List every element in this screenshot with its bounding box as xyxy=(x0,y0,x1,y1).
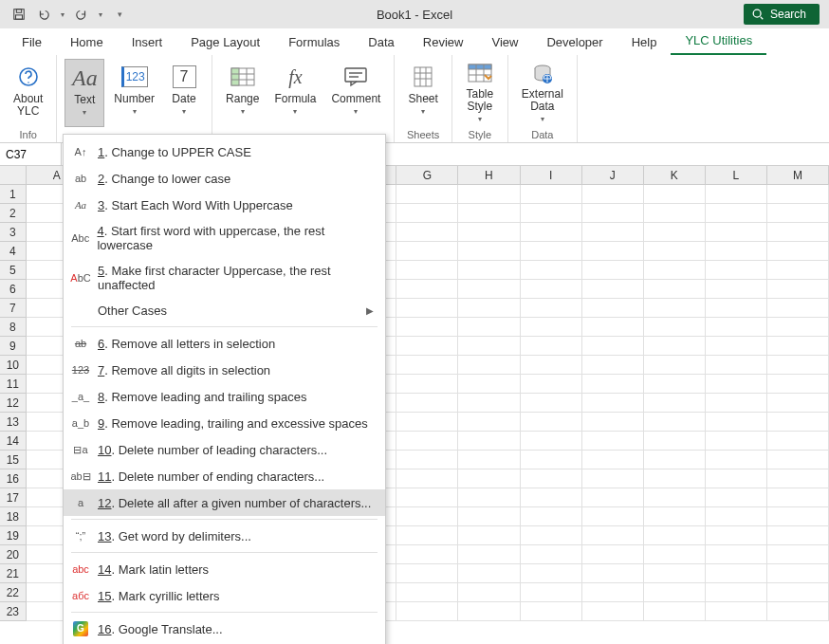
cell[interactable] xyxy=(767,526,829,545)
menu-item-4[interactable]: Abc4. Start first word with uppercase, t… xyxy=(64,218,385,258)
cell[interactable] xyxy=(458,337,520,356)
cell[interactable] xyxy=(767,375,829,394)
cell[interactable] xyxy=(521,223,582,242)
cell[interactable] xyxy=(458,204,520,223)
row-header[interactable]: 20 xyxy=(0,545,27,564)
cell[interactable] xyxy=(396,356,458,375)
cell[interactable] xyxy=(396,204,458,223)
cell[interactable] xyxy=(458,242,520,261)
qat-customize-icon[interactable]: ▾ xyxy=(108,3,131,26)
cell[interactable] xyxy=(644,337,706,356)
cell[interactable] xyxy=(458,280,520,299)
col-header-I[interactable]: I xyxy=(521,166,582,184)
cell[interactable] xyxy=(396,299,458,318)
redo-dropdown-icon[interactable]: ▾ xyxy=(95,3,106,26)
cell[interactable] xyxy=(458,488,520,507)
cell[interactable] xyxy=(396,242,458,261)
ribbon-btn-sheet[interactable]: Sheet▾ xyxy=(402,59,443,127)
undo-icon[interactable] xyxy=(32,3,55,26)
menu-item-11[interactable]: ab⊟11. Delete number of ending character… xyxy=(64,463,385,489)
cell[interactable] xyxy=(458,583,520,602)
cell[interactable] xyxy=(521,432,582,451)
cell[interactable] xyxy=(644,432,706,451)
col-header-M[interactable]: M xyxy=(767,166,829,184)
cell[interactable] xyxy=(458,261,520,280)
cell[interactable] xyxy=(521,583,582,602)
cell[interactable] xyxy=(396,223,458,242)
cell[interactable] xyxy=(706,564,767,583)
col-header-G[interactable]: G xyxy=(396,166,458,184)
row-header[interactable]: 9 xyxy=(0,337,27,356)
cell[interactable] xyxy=(706,204,767,223)
cell[interactable] xyxy=(706,242,767,261)
cell[interactable] xyxy=(644,185,706,204)
cell[interactable] xyxy=(767,451,829,469)
cell[interactable] xyxy=(458,469,520,488)
cell[interactable] xyxy=(767,223,829,242)
cell[interactable] xyxy=(767,356,829,375)
cell[interactable] xyxy=(582,394,644,413)
cell[interactable] xyxy=(521,204,582,223)
cell[interactable] xyxy=(396,526,458,545)
cell[interactable] xyxy=(706,602,767,621)
cell[interactable] xyxy=(521,375,582,394)
row-header[interactable]: 21 xyxy=(0,564,27,583)
tab-ylc-utilities[interactable]: YLC Utilities xyxy=(671,28,766,55)
cell[interactable] xyxy=(582,583,644,602)
cell[interactable] xyxy=(644,318,706,337)
cell[interactable] xyxy=(706,507,767,526)
search-box[interactable]: Search xyxy=(744,4,820,25)
row-header[interactable]: 13 xyxy=(0,413,27,432)
ribbon-btn-number[interactable]: 123Number▾ xyxy=(108,59,160,127)
cell[interactable] xyxy=(644,375,706,394)
tab-insert[interactable]: Insert xyxy=(118,29,177,55)
cell[interactable] xyxy=(396,413,458,432)
cell[interactable] xyxy=(582,375,644,394)
cell[interactable] xyxy=(582,261,644,280)
name-box-input[interactable] xyxy=(6,148,55,161)
cell[interactable] xyxy=(644,204,706,223)
cell[interactable] xyxy=(644,280,706,299)
cell[interactable] xyxy=(521,526,582,545)
cell[interactable] xyxy=(767,299,829,318)
cell[interactable] xyxy=(582,356,644,375)
cell[interactable] xyxy=(458,375,520,394)
cell[interactable] xyxy=(644,602,706,621)
cell[interactable] xyxy=(767,583,829,602)
cell[interactable] xyxy=(582,318,644,337)
menu-item-9[interactable]: a_b9. Remove leading, trailing and exces… xyxy=(64,410,385,436)
row-header[interactable]: 1 xyxy=(0,185,27,204)
menu-item-2[interactable]: ab2. Change to lower case xyxy=(64,165,385,192)
cell[interactable] xyxy=(582,337,644,356)
cell[interactable] xyxy=(396,564,458,583)
cell[interactable] xyxy=(706,394,767,413)
col-header-L[interactable]: L xyxy=(706,166,767,184)
menu-item-7[interactable]: 1237. Remove all digits in selection xyxy=(64,357,385,383)
cell[interactable] xyxy=(706,337,767,356)
cell[interactable] xyxy=(582,564,644,583)
cell[interactable] xyxy=(767,318,829,337)
cell[interactable] xyxy=(582,185,644,204)
cell[interactable] xyxy=(706,526,767,545)
cell[interactable] xyxy=(458,356,520,375)
menu-item-3[interactable]: Aa3. Start Each Word With Uppercase xyxy=(64,192,385,218)
ribbon-btn-external-data[interactable]: ExternalData▾ xyxy=(516,59,569,127)
cell[interactable] xyxy=(706,545,767,564)
cell[interactable] xyxy=(644,299,706,318)
cell[interactable] xyxy=(521,242,582,261)
cell[interactable] xyxy=(582,413,644,432)
ribbon-btn-about-ylc[interactable]: AboutYLC xyxy=(8,59,48,127)
cell[interactable] xyxy=(706,451,767,469)
name-box[interactable] xyxy=(0,143,62,165)
cell[interactable] xyxy=(767,564,829,583)
cell[interactable] xyxy=(767,432,829,451)
cell[interactable] xyxy=(582,469,644,488)
cell[interactable] xyxy=(521,564,582,583)
cell[interactable] xyxy=(396,469,458,488)
cell[interactable] xyxy=(458,507,520,526)
row-header[interactable]: 16 xyxy=(0,469,27,488)
cell[interactable] xyxy=(706,375,767,394)
cell[interactable] xyxy=(396,545,458,564)
cell[interactable] xyxy=(458,394,520,413)
cell[interactable] xyxy=(396,337,458,356)
